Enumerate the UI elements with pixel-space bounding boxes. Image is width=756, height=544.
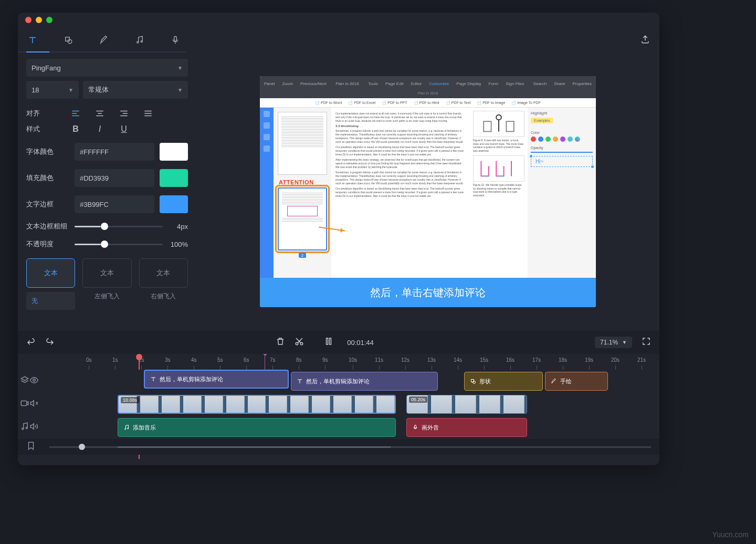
marker-icon[interactable] [26,441,36,453]
redo-button[interactable] [45,337,55,348]
pdf-toolbar: PanelZoomPrevious/Next Plan in 2018 Tool… [260,76,596,91]
anim-none[interactable]: 文本 [26,258,75,288]
text-clip-2[interactable]: 然后，单机剪辑添加评论 [291,372,438,391]
timeline-tracks: 然后，单机剪辑添加评论 然后，单机剪辑添加评论 形状 手绘 10.08s 05.… [18,370,659,439]
fill-color-swatch[interactable] [160,169,188,187]
border-width-label: 文本边框粗细 [26,222,75,231]
font-family-select[interactable]: PingFang▼ [26,59,188,77]
marker[interactable] [265,354,265,370]
video-clip-2[interactable]: 05.20s [406,395,527,414]
opacity-label: 不透明度 [26,239,75,249]
svg-point-20 [128,428,129,429]
music-track-icon[interactable] [20,422,29,433]
zoom-dot[interactable] [46,17,52,23]
delete-button[interactable] [276,337,285,348]
anim-slide-left[interactable]: 文本 [82,258,131,288]
audio-clip[interactable]: 添加音乐 [118,418,396,437]
opacity-slider[interactable] [75,244,163,245]
pdf-annotation-panel: Highlight Examples Color Opacity 50% Hi~ [528,108,596,291]
fill-color-label: 填充颜色 [26,173,75,183]
border-color-swatch[interactable] [160,195,188,213]
svg-rect-12 [330,338,331,344]
svg-rect-14 [21,401,27,406]
text-overlay[interactable]: 然后，单击右键添加评论 [260,278,596,307]
svg-point-2 [137,41,139,43]
editor-tabs [18,27,659,53]
font-weight-select[interactable]: 常规体▼ [83,81,188,99]
svg-point-13 [33,379,36,382]
cut-button[interactable] [295,337,304,348]
align-left-icon[interactable] [70,108,81,119]
attention-label: ATTENTION [279,179,314,185]
preview-canvas[interactable]: PanelZoomPrevious/Next Plan in 2018 Tool… [260,76,596,307]
pdf-thumbnails: ATTENTION 2 [274,108,331,291]
svg-point-10 [300,342,303,345]
timeline-scrollbar[interactable] [18,439,659,455]
align-label: 对齐 [26,109,60,118]
mute-icon[interactable] [29,399,39,410]
svg-point-15 [22,428,24,430]
align-right-icon[interactable] [119,108,129,119]
text-properties-panel: PingFang▼ 18▼ 常规体▼ 对齐 样式 B I U [18,53,196,331]
app-window: PingFang▼ 18▼ 常规体▼ 对齐 样式 B I U [18,13,659,465]
layers-icon[interactable] [20,375,29,387]
tab-mic[interactable] [169,34,182,46]
volume-icon[interactable] [29,422,39,433]
border-color-input[interactable]: #3B99FC [75,195,154,213]
video-icon[interactable] [20,399,29,410]
anim-slide-right[interactable]: 文本 [139,258,188,288]
pdf-figures: Figure 9. A tree with two traces, a trun… [470,108,528,291]
svg-rect-21 [415,425,416,428]
svg-point-3 [141,41,142,43]
tab-music[interactable] [133,34,146,46]
minimize-dot[interactable] [36,17,42,23]
svg-rect-0 [66,37,70,41]
playhead-time: 00:01:44 [347,339,374,347]
align-justify-icon[interactable] [143,108,153,119]
svg-point-5 [496,115,501,120]
watermark: Yuucn.com [712,530,749,539]
timeline-ruler[interactable]: 0s1s2s3s4s5s6s7s8s9s10s11s12s13s14s15s16… [18,354,659,370]
tab-shape[interactable] [62,34,75,46]
pdf-convert-bar: 📄 PDF to Word📄 PDF to Excel📄 PDF to PPT📄… [260,98,596,108]
svg-rect-4 [174,36,177,41]
border-color-label: 文字边框 [26,200,75,209]
timeline-controls: 00:01:44 71.1%▼ [18,331,659,354]
preview-area: PanelZoomPrevious/Next Plan in 2018 Tool… [196,53,659,331]
export-button[interactable] [640,35,650,46]
font-color-swatch[interactable] [160,143,188,161]
bold-icon[interactable]: B [70,124,81,134]
svg-rect-8 [506,121,513,131]
titlebar [18,13,659,27]
svg-rect-17 [471,380,474,382]
align-center-icon[interactable] [94,108,105,119]
style-label: 样式 [26,124,60,134]
close-dot[interactable] [25,17,32,23]
svg-rect-7 [484,121,491,131]
fill-color-input[interactable]: #DD3939 [75,169,154,187]
pdf-content: Our implementation does not extend at al… [331,108,470,291]
pause-button[interactable] [324,337,333,348]
tab-brush[interactable] [98,34,110,46]
fullscreen-button[interactable] [642,337,651,348]
pdf-sidebar [260,108,274,291]
border-width-slider[interactable] [75,226,163,227]
text-clip-1[interactable]: 然后，单机剪辑添加评论 [144,370,289,389]
zoom-control[interactable]: 71.1%▼ [595,337,632,348]
font-color-input[interactable]: #FFFFFF [75,143,154,161]
italic-icon[interactable]: I [94,124,105,134]
undo-button[interactable] [26,337,36,348]
video-clip-1[interactable]: 10.08s [118,395,396,414]
svg-point-9 [296,342,298,345]
shape-clip[interactable]: 形状 [464,372,543,391]
underline-icon[interactable]: U [119,124,129,134]
svg-point-19 [125,428,126,430]
font-color-label: 字体颜色 [26,147,75,156]
svg-rect-11 [327,338,328,344]
voice-clip[interactable]: 画外音 [406,418,527,437]
font-size-select[interactable]: 18▼ [26,81,79,99]
svg-point-16 [26,427,27,429]
eye-icon[interactable] [29,375,39,387]
draw-clip[interactable]: 手绘 [545,372,608,391]
tab-text[interactable] [26,34,39,46]
